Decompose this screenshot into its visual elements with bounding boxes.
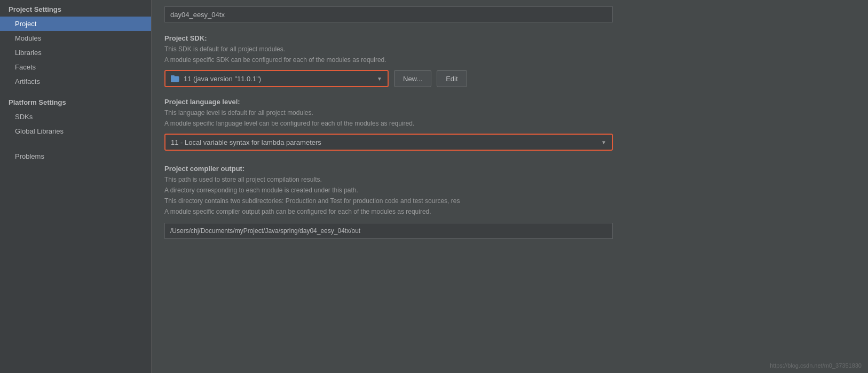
language-level-desc2: A module specific language level can be …	[164, 119, 855, 128]
project-settings-header: Project Settings	[0, 0, 151, 17]
sdk-folder-icon	[171, 75, 179, 82]
svg-rect-0	[171, 76, 179, 82]
sidebar-item-label-modules: Modules	[15, 34, 41, 42]
project-sdk-desc1: This SDK is default for all project modu…	[164, 44, 855, 54]
sdk-value-text: 11 (java version "11.0.1")	[184, 75, 377, 83]
sidebar-item-global-libraries[interactable]: Global Libraries	[0, 124, 151, 138]
language-level-arrow-icon: ▼	[601, 139, 606, 145]
sidebar-item-facets[interactable]: Facets	[0, 60, 151, 74]
sidebar-item-modules[interactable]: Modules	[0, 31, 151, 45]
language-level-section: Project language level: This language le…	[164, 96, 855, 159]
compiler-output-path-input[interactable]	[164, 223, 613, 239]
sidebar-item-label-libraries: Libraries	[15, 49, 42, 57]
project-name-input[interactable]	[164, 6, 613, 22]
sidebar-item-label-global-libraries: Global Libraries	[15, 127, 64, 135]
sidebar-item-project[interactable]: Project	[0, 17, 151, 31]
sidebar-item-label-facets: Facets	[15, 63, 36, 71]
compiler-output-section: Project compiler output: This path is us…	[164, 162, 855, 239]
language-level-label: Project language level:	[164, 98, 855, 106]
sidebar-item-label-project: Project	[15, 20, 36, 28]
project-sdk-desc2: A module specific SDK can be configured …	[164, 55, 855, 65]
language-level-dropdown[interactable]: 11 - Local variable syntax for lambda pa…	[164, 134, 613, 151]
main-content: Project SDK: This SDK is default for all…	[152, 0, 868, 373]
sidebar: Project Settings Project Modules Librari…	[0, 0, 152, 373]
sdk-dropdown-arrow-icon: ▼	[377, 76, 382, 82]
compiler-output-label: Project compiler output:	[164, 165, 855, 173]
project-sdk-section: Project SDK: This SDK is default for all…	[164, 32, 855, 96]
language-level-value: 11 - Local variable syntax for lambda pa…	[171, 138, 321, 146]
new-sdk-button[interactable]: New...	[394, 70, 431, 87]
sidebar-item-sdks[interactable]: SDKs	[0, 110, 151, 124]
svg-rect-1	[171, 75, 175, 77]
language-level-row: 11 - Local variable syntax for lambda pa…	[164, 134, 855, 151]
watermark: https://blog.csdn.net/m0_37351830	[770, 362, 862, 369]
compiler-output-desc2: A directory corresponding to each module…	[164, 185, 855, 195]
sidebar-item-label-problems: Problems	[15, 152, 44, 160]
sdk-row: 11 (java version "11.0.1") ▼ New... Edit	[164, 70, 855, 87]
sidebar-item-libraries[interactable]: Libraries	[0, 45, 151, 60]
sidebar-item-artifacts[interactable]: Artifacts	[0, 74, 151, 89]
edit-sdk-button[interactable]: Edit	[437, 70, 467, 87]
sidebar-item-label-artifacts: Artifacts	[15, 77, 40, 86]
sidebar-item-label-sdks: SDKs	[15, 113, 33, 121]
project-sdk-label: Project SDK:	[164, 34, 855, 42]
platform-settings-header: Platform Settings	[0, 93, 151, 110]
sidebar-item-problems[interactable]: Problems	[0, 149, 151, 164]
compiler-output-desc4: A module specific compiler output path c…	[164, 207, 855, 216]
compiler-output-desc3: This directory contains two subdirectori…	[164, 196, 855, 206]
language-level-desc1: This language level is default for all p…	[164, 108, 855, 118]
sdk-dropdown[interactable]: 11 (java version "11.0.1") ▼	[164, 70, 389, 87]
compiler-output-desc1: This path is used to store all project c…	[164, 175, 855, 184]
